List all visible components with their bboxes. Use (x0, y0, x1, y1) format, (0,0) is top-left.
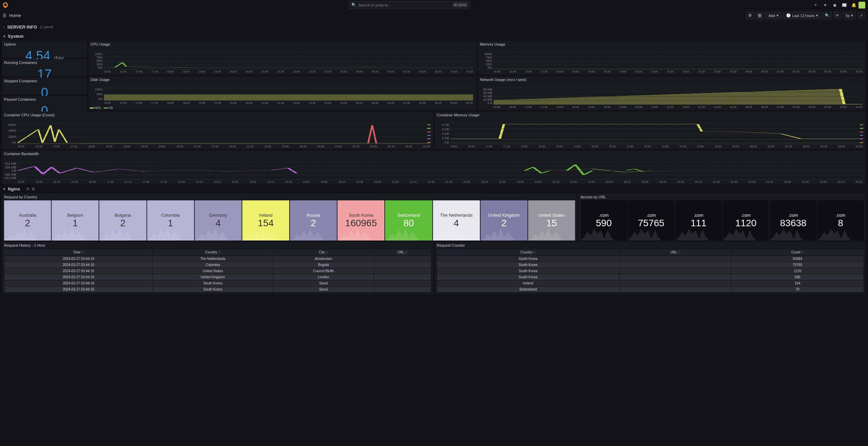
country-tile[interactable]: United States15 (528, 200, 575, 241)
country-tile[interactable]: Switzerland80 (385, 200, 432, 241)
panel-request-counter[interactable]: Request Counter Country ▽URL ▽Count ▽ So… (435, 242, 866, 294)
dashboard-settings-button[interactable]: ⚙ (746, 12, 754, 19)
profile-icon[interactable] (858, 2, 865, 9)
global-search[interactable]: 🔍 Search or jump to... ⌘ ctrl+k (348, 1, 471, 9)
dashboard-insights-button[interactable]: 🕸 (756, 12, 764, 19)
y-axis: 80 MB60 MB40 MB20 MB0 B (480, 88, 493, 105)
plus-icon[interactable]: ＋ (811, 0, 820, 10)
menu-toggle-icon[interactable]: ☰ (3, 13, 6, 18)
country-tile[interactable]: Australia2 (4, 200, 51, 241)
row-title: Nginx (8, 186, 20, 192)
panel-uptime[interactable]: Uptime 4.54 day (2, 41, 87, 58)
bell-icon[interactable]: 🔔 (849, 0, 858, 10)
refresh-button[interactable]: ⟳ (833, 12, 841, 19)
table-header[interactable]: Country ▽ (153, 249, 273, 256)
url-tile[interactable]: .com590 (580, 200, 627, 241)
filter-icon[interactable]: ▽ (82, 251, 84, 254)
table-row[interactable]: 2024-03-27 03:44:16United KingdomLondon (4, 274, 431, 280)
filter-icon[interactable]: ▽ (678, 251, 680, 254)
row-nginx[interactable]: ▾ Nginx ⚙ 🗑 (2, 184, 866, 194)
panel-container-memory[interactable]: Container Memory Usage 8 GB6 GB4 GB2 GB0… (435, 112, 866, 149)
row-server-info[interactable]: › SERVER INFO (1 panel) (2, 22, 866, 32)
panel-title: Running Containers (4, 61, 85, 65)
table-row[interactable]: 2024-03-27 03:44:16ColombiaBogotá (4, 262, 431, 268)
country-tile[interactable]: Colombia1 (147, 200, 194, 241)
panel-request-by-country[interactable]: Request by Country Australia2Belgium1Bul… (2, 194, 577, 241)
country-tile[interactable]: United Kingdom2 (481, 200, 527, 241)
country-tile[interactable]: Ireland154 (242, 200, 289, 241)
filter-icon[interactable]: ▽ (218, 251, 221, 254)
panel-paused-containers[interactable]: Paused Containers 0 (2, 96, 87, 113)
row-delete-icon[interactable]: 🗑 (32, 187, 35, 191)
row-system[interactable]: ▾ System (2, 32, 866, 41)
table-row[interactable]: 2024-03-27 03:44:16United StatesCouncil … (4, 268, 431, 274)
url-tile[interactable]: .com75765 (628, 200, 674, 241)
panel-request-history[interactable]: Request History - 1 Hour Time ▽Country ▽… (2, 242, 433, 294)
table-header[interactable]: Count ▽ (731, 249, 864, 256)
country-tile[interactable]: South Korea160965 (337, 200, 384, 241)
panel-network-usage[interactable]: Network Usage (recv / sent) 80 MB60 MB40… (478, 76, 866, 110)
breadcrumb-home[interactable]: Home (9, 13, 21, 18)
panel-container-bandwidth[interactable]: Container Bandwidth 512 MiB256 MiB0 B-25… (2, 150, 866, 184)
table-row[interactable]: 2024-03-27 03:44:16The NetherlandsAmster… (4, 256, 431, 262)
url-tile[interactable]: .com8 (817, 200, 864, 241)
table-row[interactable]: South Korea590 (437, 274, 864, 280)
legend-colors (860, 123, 863, 144)
x-axis: 16:0016:3017:0017:3018:0018:3019:0019:30… (450, 145, 863, 150)
chevron-down-icon[interactable]: ▾ (820, 0, 830, 10)
add-button[interactable]: Add ▾ (765, 12, 782, 19)
filter-icon[interactable]: ▽ (533, 251, 536, 254)
panel-container-cpu[interactable]: Container CPU Usage (Cores) 600%400%200%… (2, 112, 433, 149)
filter-icon[interactable]: ▽ (801, 251, 804, 254)
url-tile[interactable]: .com1120 (723, 200, 769, 241)
panel-cpu-usage[interactable]: CPU Usage 100%75%50%25%0% 16:0016:3017:0… (88, 41, 476, 75)
search-placeholder: Search or jump to... (358, 3, 391, 7)
country-tile[interactable]: The Netherlands4 (433, 200, 480, 241)
grafana-logo-icon[interactable] (3, 2, 8, 8)
kiosk-button[interactable]: ⤢ (857, 12, 865, 19)
table-row[interactable]: 2024-03-27 03:44:16South KoreaSeoul (4, 286, 431, 293)
panel-stopped-containers[interactable]: Stopped Containers 0 (2, 78, 87, 95)
table-header[interactable]: City ▽ (273, 249, 374, 256)
table-row[interactable]: South Korea83484 (437, 256, 864, 262)
panel-access-by-url[interactable]: Access by URL .com590.com75765.com111.co… (578, 194, 866, 241)
plot-area (493, 52, 863, 69)
plot-area (18, 123, 430, 144)
panel-disk-usage[interactable]: Disk Usage 100%50%0% 16:0016:3017:0017:3… (88, 76, 476, 110)
y-axis: 512 MiB256 MiB0 B-256 MiB-512 MiB (4, 162, 18, 180)
table-header[interactable]: URL ▽ (374, 249, 431, 256)
url-tile[interactable]: .com111 (675, 200, 722, 241)
refresh-interval-picker[interactable]: 5s ▾ (843, 12, 856, 19)
table-row[interactable]: South Korea1120 (437, 268, 864, 274)
url-tile[interactable]: .com83638 (770, 200, 816, 241)
zoom-out-button[interactable]: 🔍 (822, 12, 832, 19)
tile-label: United Kingdom (488, 213, 520, 218)
panel-title: Uptime (4, 42, 85, 46)
panel-title: Access by URL (580, 195, 864, 199)
country-tile[interactable]: Bulgaria2 (99, 200, 146, 241)
table-header[interactable]: Country ▽ (437, 249, 620, 256)
panel-memory-usage[interactable]: Memory Usage 100%75%50%25%0% 16:0016:301… (478, 41, 866, 75)
filter-icon[interactable]: ▽ (405, 251, 407, 254)
table-row[interactable]: South Korea75765 (437, 262, 864, 268)
panel-running-containers[interactable]: Running Containers 17 (2, 59, 87, 76)
country-tile[interactable]: Germany4 (195, 200, 242, 241)
news-icon[interactable]: 📰 (839, 0, 849, 10)
y-axis: 8 GB6 GB4 GB2 GB0 B (437, 123, 450, 144)
row-settings-icon[interactable]: ⚙ (26, 187, 30, 191)
table-header[interactable]: URL ▽ (619, 249, 731, 256)
table-row[interactable]: Switzerland79 (437, 286, 864, 293)
tile-label: .com (788, 213, 798, 218)
filter-icon[interactable]: ▽ (326, 251, 328, 254)
table-row[interactable]: 2024-03-27 03:44:16South KoreaSeoul (4, 280, 431, 286)
table-header[interactable]: Time ▽ (4, 249, 153, 256)
search-icon: 🔍 (351, 3, 356, 7)
row-panel-count: (1 panel) (40, 25, 53, 29)
time-range-picker[interactable]: 🕓 Last 12 hours ▾ (783, 12, 821, 19)
country-tile[interactable]: Russia2 (290, 200, 337, 241)
tile-label: Russia (307, 213, 320, 218)
table-row[interactable]: Ireland154 (437, 280, 864, 286)
help-icon[interactable]: ◉ (830, 0, 839, 10)
tile-label: South Korea (349, 213, 373, 218)
country-tile[interactable]: Belgium1 (52, 200, 99, 241)
